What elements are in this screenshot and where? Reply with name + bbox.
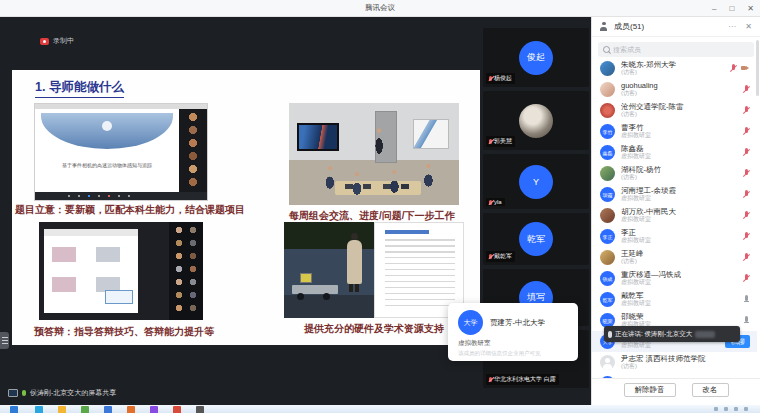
slide-caption-2: 每周组会交流、进度/问题/下一步工作	[289, 209, 455, 223]
member-subtitle: 虚拟教研室	[621, 300, 651, 307]
close-button[interactable]: ✕	[747, 4, 754, 13]
member-status-icons	[743, 274, 753, 283]
slide-figure-defense-screenshot	[39, 222, 203, 320]
member-row[interactable]: 朱晓东-郑州大学 (访客)	[592, 58, 757, 79]
member-row[interactable]: 胡万欣-中南民大 虚拟教研室	[592, 205, 757, 226]
mic-off-icon	[730, 64, 737, 73]
video-name-label: 戴乾军	[486, 251, 515, 262]
video-tile[interactable]: Y yla	[483, 154, 589, 209]
decor-participant-strip	[179, 109, 207, 192]
member-subtitle: (访客)	[621, 363, 706, 370]
member-status-icons	[743, 253, 753, 262]
video-name: 戴乾军	[494, 252, 512, 261]
mic-off-icon	[489, 76, 492, 81]
video-name: 杨俊起	[494, 74, 512, 83]
mic-off-icon	[743, 169, 750, 178]
minimize-button[interactable]: –	[712, 4, 716, 13]
mic-off-icon	[743, 211, 750, 220]
rename-button[interactable]: 改名	[692, 383, 729, 397]
video-name-label: 华北水利水电大学 白露	[486, 374, 559, 385]
member-avatar-text: 琰霞	[603, 192, 613, 198]
popup-org-name: 虚拟教研室	[458, 339, 491, 348]
member-row[interactable]: 铁成 重庆移通—冯铁成 虚拟教研室	[592, 268, 757, 289]
taskbar-app-icon[interactable]	[196, 406, 204, 413]
mic-off-icon	[743, 85, 750, 94]
member-avatar-text: 鑫磊	[603, 150, 613, 156]
taskbar-app-icon[interactable]	[35, 406, 43, 413]
maximize-button[interactable]: □	[729, 4, 734, 13]
video-avatar-text: Y	[533, 177, 539, 187]
member-avatar: 鑫磊	[600, 145, 615, 160]
popup-member-name: 贾建芳-中北大学	[490, 318, 545, 328]
member-meta: 尹志宏 滇西科技师范学院 (访客)	[621, 355, 706, 371]
members-panel-footer: 解除静音 改名	[592, 378, 760, 401]
video-tile[interactable]: 乾军 戴乾军	[483, 213, 589, 265]
mic-off-icon	[743, 190, 750, 199]
member-status-icons	[743, 127, 753, 136]
taskbar-app-icon[interactable]	[173, 406, 181, 413]
member-status-icons	[743, 169, 753, 178]
video-avatar-text: 俊起	[527, 51, 545, 64]
window-title: 腾讯会议	[0, 3, 760, 13]
member-subtitle: 虚拟教研室	[621, 216, 676, 223]
member-avatar-text: 李正	[603, 234, 613, 240]
member-subtitle: (访客)	[621, 258, 644, 265]
member-avatar	[600, 250, 615, 265]
video-tile[interactable]: 俊起 杨俊起	[483, 28, 589, 87]
taskbar-app-icon[interactable]	[127, 406, 135, 413]
search-input[interactable]	[613, 46, 749, 53]
member-subtitle: 虚拟教研室	[621, 237, 651, 244]
collapsed-panel-toggle[interactable]	[0, 332, 9, 349]
search-icon	[603, 46, 610, 53]
video-tile[interactable]: 郭美慧	[483, 91, 589, 150]
member-status-icons	[743, 295, 753, 304]
member-subtitle: (访客)	[621, 90, 658, 97]
member-meta: 沧州交通学院-陈雷 (访客)	[621, 103, 684, 119]
member-status-icons	[743, 211, 753, 220]
member-avatar	[600, 355, 615, 370]
member-avatar: 乾军	[600, 292, 615, 307]
decor-people	[289, 103, 459, 205]
video-avatar: 俊起	[519, 41, 553, 75]
member-search-box[interactable]	[598, 42, 754, 57]
member-row[interactable]: 李竹 曹李竹 虚拟教研室	[592, 121, 757, 142]
member-avatar-text: 乾军	[603, 297, 613, 303]
taskbar-tray[interactable]	[714, 407, 748, 411]
taskbar-app-icon[interactable]	[81, 406, 89, 413]
member-row[interactable]: 乾军 戴乾军 虚拟教研室	[592, 289, 757, 310]
member-row[interactable]: 李正 李正 虚拟教研室	[592, 226, 757, 247]
taskbar-start-icon[interactable]	[10, 406, 18, 413]
member-row[interactable]: 沧州交通学院-陈雷 (访客)	[592, 100, 757, 121]
member-row[interactable]: 湖科院-杨竹 (访客)	[592, 163, 757, 184]
recording-indicator: 录制中	[40, 36, 74, 46]
member-avatar	[600, 82, 615, 97]
shared-slide: 1. 导师能做什么 基于事件相机的高速运动物体感知与追踪 题目立意：要新颖，匹配…	[12, 70, 480, 345]
taskbar-app-icon[interactable]	[150, 406, 158, 413]
member-row[interactable]: 尹志宏 滇西科技师范学院 (访客)	[592, 352, 757, 373]
member-subtitle: (访客)	[621, 111, 684, 118]
member-avatar: 铁成	[600, 271, 615, 286]
member-meta: 朱晓东-郑州大学 (访客)	[621, 61, 676, 77]
taskbar-app-icon[interactable]	[58, 406, 66, 413]
member-avatar-text: 李竹	[603, 129, 613, 135]
panel-close-button[interactable]: ✕	[745, 22, 752, 31]
unmute-button[interactable]: 解除静音	[624, 383, 676, 397]
video-avatar: Y	[519, 165, 553, 199]
decor-note-box	[105, 290, 133, 304]
mic-off-icon	[743, 148, 750, 157]
member-row[interactable]: guohualing (访客)	[592, 79, 757, 100]
decor-robot-cart	[292, 285, 338, 294]
member-row[interactable]: 琰霞 河南理工-余琰霞 虚拟教研室	[592, 184, 757, 205]
panel-more-button[interactable]: ···	[728, 22, 736, 31]
member-status-icons	[730, 64, 753, 73]
members-panel-header: 成员(51) ··· ✕	[592, 16, 760, 37]
screen-share-icon	[8, 389, 18, 397]
slide-figure-robot-resources	[284, 222, 464, 318]
member-row[interactable]: 王延峰 (访客)	[592, 247, 757, 268]
member-meta: 王延峰 (访客)	[621, 250, 644, 266]
video-name: 郭美慧	[494, 137, 512, 146]
taskbar-app-icon[interactable]	[104, 406, 112, 413]
member-subtitle: 虚拟教研室	[621, 195, 676, 202]
member-row[interactable]: 鑫磊 陈鑫磊 虚拟教研室	[592, 142, 757, 163]
os-taskbar	[0, 405, 760, 413]
